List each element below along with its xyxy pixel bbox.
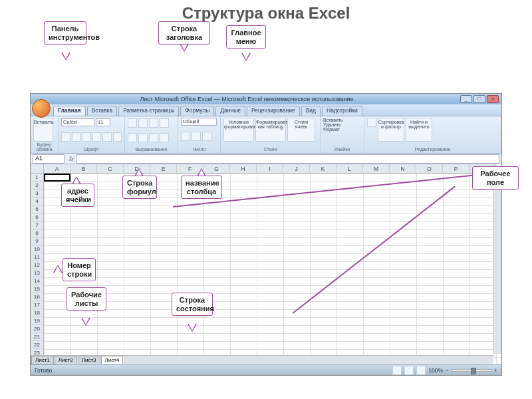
callout-formulabar: Строка формул <box>122 176 157 199</box>
row-header[interactable]: 17 <box>31 301 43 309</box>
comma-icon[interactable] <box>202 132 211 141</box>
align-bot-icon[interactable] <box>149 118 158 128</box>
align-top-icon[interactable] <box>128 118 137 128</box>
row-headers[interactable]: 1234567891011121314151617181920212223242… <box>31 174 44 364</box>
select-all-corner[interactable] <box>31 164 44 174</box>
row-header[interactable]: 3 <box>31 190 43 198</box>
zoom-slider[interactable] <box>452 369 491 372</box>
column-header[interactable]: L <box>336 164 363 173</box>
ribbon-tab-pagelayout[interactable]: Разметка страницы <box>118 106 179 116</box>
row-header[interactable]: 10 <box>31 245 43 253</box>
column-headers[interactable]: ABCDEFGHIJKLMNOPQ <box>44 164 496 174</box>
italic-icon[interactable] <box>72 132 81 142</box>
cells-insert-button[interactable]: Вставить <box>323 118 361 122</box>
row-header[interactable]: 11 <box>31 253 43 261</box>
row-header[interactable]: 6 <box>31 213 43 221</box>
column-header[interactable]: C <box>97 164 124 173</box>
sheet-tab[interactable]: Лист3 <box>78 356 100 364</box>
ribbon-tab-formulas[interactable]: Формулы <box>180 106 214 116</box>
zoom-in-icon[interactable]: + <box>494 367 497 374</box>
horizontal-scrollbar[interactable]: Лист1 Лист2 Лист3 Лист4 <box>97 355 493 364</box>
paste-button[interactable]: Вставить <box>33 118 53 142</box>
align-left-icon[interactable] <box>128 133 137 142</box>
column-header[interactable]: O <box>416 164 443 173</box>
close-button[interactable]: × <box>487 95 499 103</box>
ribbon-tab-data[interactable]: Данные <box>215 106 245 116</box>
row-header[interactable]: 22 <box>31 341 43 349</box>
ribbon-tab-insert[interactable]: Вставка <box>87 106 118 116</box>
align-mid-icon[interactable] <box>138 118 148 128</box>
sheet-tab-active[interactable]: Лист4 <box>101 356 124 364</box>
format-table-button[interactable]: Форматировать как таблицу <box>255 118 286 142</box>
callout-workfield: Рабочее поле <box>472 166 519 190</box>
align-center-icon[interactable] <box>138 133 148 142</box>
row-header[interactable]: 12 <box>31 261 43 269</box>
view-pagebreak-icon[interactable] <box>416 366 426 375</box>
view-normal-icon[interactable] <box>392 366 402 375</box>
column-header[interactable]: I <box>257 164 283 173</box>
vertical-scrollbar[interactable] <box>493 174 501 354</box>
bold-icon[interactable] <box>61 132 70 142</box>
active-cell[interactable] <box>44 174 70 182</box>
row-header[interactable]: 21 <box>31 333 43 341</box>
office-button[interactable] <box>32 99 51 118</box>
font-size-select[interactable]: 11 <box>96 118 110 126</box>
column-header[interactable]: M <box>363 164 390 173</box>
column-header[interactable]: J <box>283 164 310 173</box>
sheet-tab[interactable]: Лист2 <box>55 356 77 364</box>
column-header[interactable]: B <box>70 164 97 173</box>
row-header[interactable]: 19 <box>31 317 43 325</box>
excel-window: Лист Microsoft Office Excel — Microsoft … <box>30 93 502 376</box>
row-header[interactable]: 9 <box>31 237 43 245</box>
row-header[interactable]: 2 <box>31 182 43 190</box>
column-header[interactable]: H <box>230 164 257 173</box>
ribbon-tab-review[interactable]: Рецензирование <box>247 106 300 116</box>
font-family-select[interactable]: Calibri <box>61 118 94 126</box>
column-header[interactable]: N <box>390 164 416 173</box>
wrap-icon[interactable] <box>160 118 169 128</box>
row-header[interactable]: 18 <box>31 309 43 317</box>
merge-icon[interactable] <box>160 133 169 142</box>
row-header[interactable]: 8 <box>31 229 43 237</box>
minimize-button[interactable]: _ <box>460 95 472 103</box>
sheet-tab[interactable]: Лист1 <box>31 356 54 364</box>
row-header[interactable]: 5 <box>31 205 43 213</box>
currency-icon[interactable] <box>181 132 190 141</box>
row-header[interactable]: 7 <box>31 221 43 229</box>
fillcolor-icon[interactable] <box>102 132 112 142</box>
row-header[interactable]: 15 <box>31 285 43 293</box>
row-header[interactable]: 1 <box>31 174 43 182</box>
ribbon-tab-addins[interactable]: Надстройки <box>322 106 362 116</box>
cond-format-button[interactable]: Условное форматирование <box>223 118 254 142</box>
row-header[interactable]: 20 <box>31 325 43 333</box>
row-header[interactable]: 13 <box>31 269 43 277</box>
ribbon-tab-home[interactable]: Главная <box>53 106 86 116</box>
border-icon[interactable] <box>92 132 102 142</box>
number-format-select[interactable]: Общий <box>181 118 217 126</box>
fx-icon[interactable]: fx <box>69 156 74 162</box>
row-header[interactable]: 16 <box>31 293 43 301</box>
cell-styles-button[interactable]: Стили ячеек <box>287 118 315 142</box>
column-header[interactable]: A <box>44 164 70 173</box>
zoom-out-icon[interactable]: − <box>446 367 449 374</box>
underline-icon[interactable] <box>82 132 91 142</box>
column-header[interactable]: K <box>310 164 336 173</box>
row-header[interactable]: 4 <box>31 198 43 205</box>
find-select-button[interactable]: Найти и выделить <box>406 118 432 142</box>
cells-format-button[interactable]: Формат <box>323 127 361 132</box>
fontcolor-icon[interactable] <box>113 132 122 142</box>
column-header[interactable]: E <box>150 164 177 173</box>
formula-input[interactable] <box>76 154 499 164</box>
cells-delete-button[interactable]: Удалить <box>323 122 361 127</box>
align-right-icon[interactable] <box>149 133 158 142</box>
maximize-button[interactable]: □ <box>473 95 485 103</box>
ribbon-tab-view[interactable]: Вид <box>301 106 321 116</box>
column-header[interactable]: G <box>203 164 230 173</box>
sum-icon[interactable] <box>367 118 376 127</box>
row-header[interactable]: 14 <box>31 277 43 285</box>
column-header[interactable]: P <box>443 164 469 173</box>
name-box[interactable]: A1 <box>33 154 65 164</box>
view-pagelayout-icon[interactable] <box>404 366 414 375</box>
sort-filter-button[interactable]: Сортировка и фильтр <box>378 118 404 142</box>
percent-icon[interactable] <box>192 132 201 141</box>
